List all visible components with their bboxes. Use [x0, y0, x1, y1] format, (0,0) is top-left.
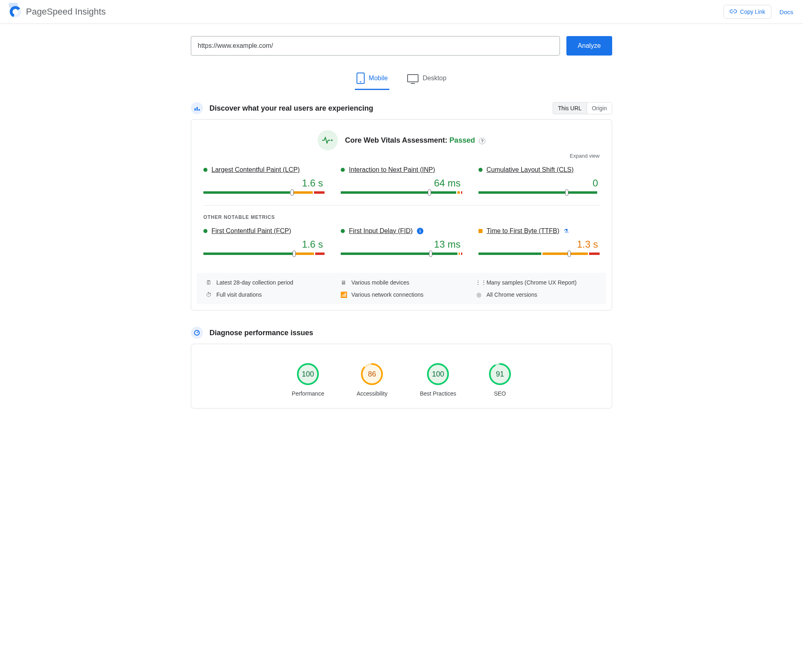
gauge-row: 100 Performance 86 Accessibility 100 Bes… — [191, 351, 612, 401]
gauge-label: Performance — [292, 390, 324, 397]
distribution-bar — [203, 191, 325, 194]
percentile-marker — [293, 250, 296, 257]
help-icon[interactable]: ? — [479, 138, 485, 144]
gauge-label: Accessibility — [357, 390, 387, 397]
docs-link[interactable]: Docs — [780, 9, 793, 15]
crux-link[interactable]: Chrome UX Report — [526, 279, 574, 286]
gauge-performance[interactable]: 100 Performance — [292, 363, 324, 397]
heartbeat-icon — [318, 130, 338, 150]
svg-rect-0 — [194, 108, 196, 111]
devices-icon: 🖥 — [340, 279, 347, 286]
expand-view-link[interactable]: Expand view — [191, 153, 612, 159]
device-tabs: Mobile Desktop — [191, 68, 612, 90]
gauge-best practices[interactable]: 100 Best Practices — [420, 363, 456, 397]
field-footnotes: 🗓Latest 28-day collection period 🖥Variou… — [197, 273, 606, 304]
gauge-seo[interactable]: 91 SEO — [489, 363, 511, 397]
wifi-icon: 📶 — [340, 291, 347, 298]
distribution-bar — [478, 191, 600, 194]
app-header: PageSpeed Insights Copy Link Docs — [0, 0, 803, 24]
chrome-icon: ◎ — [475, 291, 483, 298]
footnote-samples: ⋮⋮Many samples (Chrome UX Report) — [475, 279, 598, 286]
metric-name[interactable]: Interaction to Next Paint (INP) — [349, 166, 435, 173]
metric-card: Cumulative Layout Shift (CLS) 0 — [478, 166, 600, 194]
other-metrics-grid: First Contentful Paint (FCP) 1.6 s First… — [191, 220, 612, 265]
app-title: PageSpeed Insights — [26, 6, 106, 17]
people-icon — [191, 102, 203, 114]
footnote-period: 🗓Latest 28-day collection period — [205, 279, 328, 286]
gauge-label: Best Practices — [420, 390, 456, 397]
copy-link-label: Copy Link — [740, 9, 765, 15]
toggle-this-url[interactable]: This URL — [553, 103, 586, 114]
gauge-value: 91 — [489, 363, 511, 385]
url-row: Analyze — [191, 36, 612, 56]
metric-card: Interaction to Next Paint (INP) 64 ms — [341, 166, 462, 194]
status-dot — [341, 168, 345, 172]
status-dot — [203, 229, 207, 233]
gauge-accessibility[interactable]: 86 Accessibility — [357, 363, 387, 397]
gauge-value: 100 — [427, 363, 449, 385]
metric-name[interactable]: Cumulative Layout Shift (CLS) — [487, 166, 574, 173]
status-dot — [341, 229, 345, 233]
gauge-value: 86 — [361, 363, 383, 385]
tab-desktop[interactable]: Desktop — [406, 68, 448, 90]
link-icon — [730, 9, 737, 15]
header-right: Copy Link Docs — [724, 5, 793, 19]
metric-name[interactable]: First Contentful Paint (FCP) — [211, 227, 291, 235]
field-data-panel: Core Web Vitals Assessment: Passed ? Exp… — [191, 119, 612, 310]
metric-value: 1.3 s — [478, 239, 598, 250]
distribution-bar — [341, 253, 462, 255]
metric-name[interactable]: Largest Contentful Paint (LCP) — [211, 166, 300, 173]
metric-value: 13 ms — [341, 239, 460, 250]
diagnose-header: Diagnose performance issues — [191, 327, 612, 339]
footnote-chrome: ◎All Chrome versions — [475, 291, 598, 298]
metric-card: Time to First Byte (TTFB) ⚗ 1.3 s — [478, 227, 600, 255]
metric-value: 0 — [478, 178, 598, 189]
percentile-marker — [565, 189, 568, 196]
analyze-button[interactable]: Analyze — [566, 36, 612, 56]
discover-label-group: Discover what your real users are experi… — [191, 102, 373, 114]
metric-card: First Contentful Paint (FCP) 1.6 s — [203, 227, 325, 255]
distribution-bar — [203, 253, 325, 255]
metric-name[interactable]: Time to First Byte (TTFB) — [487, 227, 560, 235]
metric-value: 1.6 s — [203, 239, 323, 250]
percentile-marker — [429, 250, 432, 257]
primary-metrics-grid: Largest Contentful Paint (LCP) 1.6 s Int… — [191, 159, 612, 203]
stopwatch-icon: ⏱ — [205, 291, 212, 298]
lighthouse-panel: 100 Performance 86 Accessibility 100 Bes… — [191, 344, 612, 409]
diagnose-label-group: Diagnose performance issues — [191, 327, 313, 339]
metric-name[interactable]: First Input Delay (FID) — [349, 227, 412, 235]
url-input[interactable] — [191, 36, 560, 56]
assessment-status: Passed — [449, 136, 475, 144]
discover-header: Discover what your real users are experi… — [191, 102, 612, 114]
scope-toggle: This URL Origin — [553, 102, 612, 114]
header-left: PageSpeed Insights — [10, 6, 106, 17]
status-dot — [203, 168, 207, 172]
status-dot — [478, 168, 483, 172]
experimental-icon: ⚗ — [564, 228, 569, 234]
toggle-origin[interactable]: Origin — [587, 103, 612, 114]
gauge-label: SEO — [494, 390, 506, 397]
percentile-marker — [568, 250, 571, 257]
copy-link-button[interactable]: Copy Link — [724, 5, 771, 19]
desktop-icon — [407, 74, 419, 82]
cwv-assessment: Core Web Vitals Assessment: Passed ? — [191, 130, 612, 150]
footnote-devices: 🖥Various mobile devices — [340, 279, 463, 286]
metric-value: 1.6 s — [203, 178, 323, 189]
tab-mobile[interactable]: Mobile — [355, 68, 389, 90]
mobile-icon — [357, 73, 365, 84]
status-dot — [478, 229, 483, 233]
percentile-marker — [428, 189, 431, 196]
other-metrics-heading: OTHER NOTABLE METRICS — [191, 205, 612, 220]
distribution-bar — [478, 253, 600, 255]
footnote-visits: ⏱Full visit durations — [205, 291, 328, 298]
diagnose-title: Diagnose performance issues — [209, 329, 313, 337]
gauge-icon — [191, 327, 203, 339]
metric-value: 64 ms — [341, 178, 460, 189]
calendar-icon: 🗓 — [205, 279, 212, 286]
assessment-text: Core Web Vitals Assessment: Passed ? — [345, 136, 486, 145]
app-logo — [10, 6, 21, 17]
svg-point-3 — [331, 139, 333, 141]
metric-card: Largest Contentful Paint (LCP) 1.6 s — [203, 166, 325, 194]
info-icon[interactable]: i — [417, 228, 423, 234]
footnote-network: 📶Various network connections — [340, 291, 463, 298]
